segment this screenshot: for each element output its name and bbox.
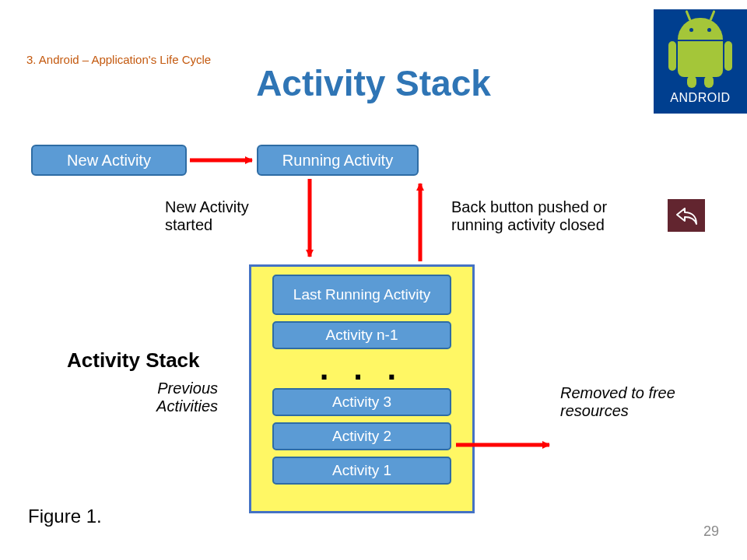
stack-item-1: Activity 1	[272, 457, 451, 485]
android-wordmark: ANDROID	[670, 91, 730, 105]
page-number: 29	[703, 523, 719, 540]
caption-back-pushed: Back button pushed or running activity c…	[451, 198, 630, 234]
caption-stack-title: Activity Stack	[67, 348, 200, 373]
box-new-activity: New Activity	[31, 145, 187, 176]
stack-item-n-1: Activity n-1	[272, 321, 451, 349]
figure-label: Figure 1.	[28, 506, 102, 527]
caption-previous-activities: Previous Activities	[132, 380, 218, 415]
android-logo: ANDROID	[654, 9, 747, 114]
stack-item-last-running: Last Running Activity	[272, 275, 451, 315]
page-title: Activity Stack	[0, 62, 747, 104]
caption-removed: Removed to free resources	[560, 384, 693, 420]
stack-item-2: Activity 2	[272, 422, 451, 450]
stack-ellipsis: . . .	[320, 357, 404, 380]
reply-arrow-icon	[675, 205, 698, 226]
reply-badge[interactable]	[668, 199, 705, 232]
activity-stack-container: Last Running Activity Activity n-1 . . .…	[249, 264, 475, 513]
caption-new-started: New Activity started	[165, 198, 274, 234]
android-body-icon	[667, 41, 734, 77]
box-running-activity: Running Activity	[257, 145, 419, 176]
stack-item-3: Activity 3	[272, 388, 451, 416]
android-head-icon	[678, 18, 723, 40]
